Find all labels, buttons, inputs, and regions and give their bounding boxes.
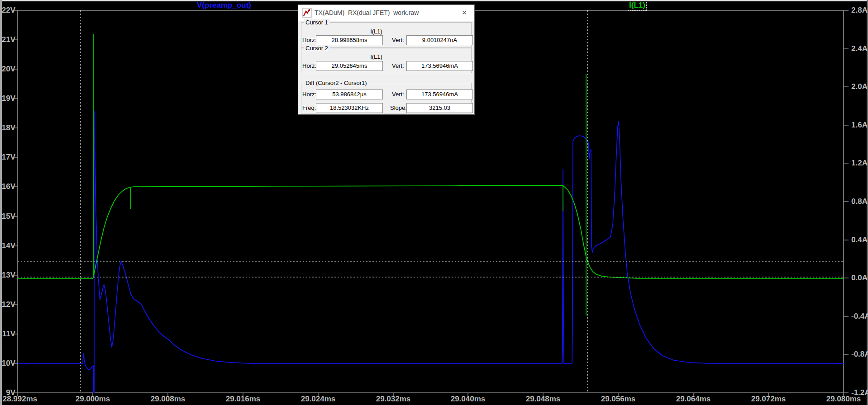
voltage-tick-label: 22V [0,6,15,14]
voltage-tick-label: 20V [0,65,15,73]
ltspice-waveform-window: 22V21V20V19V18V17V16V15V14V13V12V11V10V9… [0,0,868,405]
time-tick-label: 29.024ms [299,395,337,403]
time-tick-label: 29.040ms [449,395,487,403]
cursor2-vert-label: Vert: [392,62,404,69]
cursor1-trace-name: I(L1) [298,28,474,35]
cursor1-vert-label: Vert: [392,37,404,43]
freq-value[interactable]: 18.523032KHz [316,103,383,113]
diff-vert-value[interactable]: 173.56946mA [406,89,473,99]
slope-label: Slope: [390,104,407,111]
time-tick-label: 29.056ms [599,395,637,403]
time-tick-label: 29.008ms [149,395,187,403]
time-tick-label: 29.048ms [524,395,562,403]
diff-horz-label: Horz: [302,91,316,98]
window-frame-left [0,0,2,405]
cursor1-horz-label: Horz: [302,37,316,43]
current-tick-label: -0.8A [851,350,868,358]
voltage-tick-label: 15V [0,212,15,221]
close-icon[interactable]: × [459,7,470,19]
current-tick-label: 0.4A [851,236,868,244]
window-frame-top [0,0,868,1]
slope-value[interactable]: 3215.03 [406,103,473,113]
voltage-tick-label: 12V [0,301,15,309]
current-tick-label: -0.4A [851,312,868,320]
cursor1-vert-value[interactable]: 9.0010247nA [406,35,473,45]
cursor2-vert-value[interactable]: 173.56946mA [406,61,473,71]
voltage-tick-label: 10V [0,359,15,367]
dialog-titlebar[interactable]: TX(ADuM)_RX(dual JFET)_work.raw × [298,5,474,21]
diff-horz-value[interactable]: 53.986842µs [316,89,383,99]
time-tick-label: 29.000ms [74,395,112,403]
time-tick-label: 29.032ms [374,395,412,403]
current-tick-label: 1.2A [851,159,868,167]
cursor2-trace-name: I(L1) [298,53,474,60]
cursor1-horz-value[interactable]: 28.998658ms [316,35,383,45]
diff-vert-label: Vert: [392,91,404,98]
ltspice-icon [302,8,312,18]
current-tick-label: 0.8A [851,198,868,206]
voltage-tick-label: 16V [0,183,15,191]
voltage-tick-label: 14V [0,242,15,250]
time-tick-label: 29.072ms [749,395,787,403]
diff-group-label: Diff (Cursor2 - Cursor1) [304,80,369,86]
current-tick-label: 0.0A [851,274,868,282]
cursor2-group-label: Cursor 2 [304,45,330,52]
voltage-tick-label: 21V [0,36,15,44]
trace-name-i-l1-[interactable]: I(L1) [629,1,645,9]
current-tick-label: 1.6A [851,121,868,129]
voltage-tick-label: 19V [0,94,15,103]
dialog-title: TX(ADuM)_RX(dual JFET)_work.raw [315,9,419,16]
cursor1-group-label: Cursor 1 [304,19,330,26]
voltage-tick-label: 17V [0,153,15,161]
trace-i-l1-[interactable] [18,185,844,278]
trace-v-preamp-out-[interactable] [18,111,844,393]
time-tick-label: 29.016ms [224,395,262,403]
time-tick-label: 29.080ms [825,395,863,403]
time-tick-label: 28.992ms [1,395,39,403]
cursor-dialog: TX(ADuM)_RX(dual JFET)_work.raw × Cursor… [298,5,475,115]
trace-name-v-preamp-out-[interactable]: V(preamp_out) [197,1,251,9]
voltage-tick-label: 18V [0,124,15,132]
cursor2-horz-value[interactable]: 29.052645ms [316,61,383,71]
current-tick-label: 2.0A [851,83,868,91]
cursor2-horz-label: Horz: [302,62,316,69]
voltage-tick-label: 11V [0,330,15,338]
current-tick-label: 2.4A [851,45,868,53]
time-tick-label: 29.064ms [674,395,712,403]
current-tick-label: 2.8A [851,6,868,14]
freq-label: Freq: [302,104,316,111]
voltage-tick-label: 13V [0,271,15,279]
